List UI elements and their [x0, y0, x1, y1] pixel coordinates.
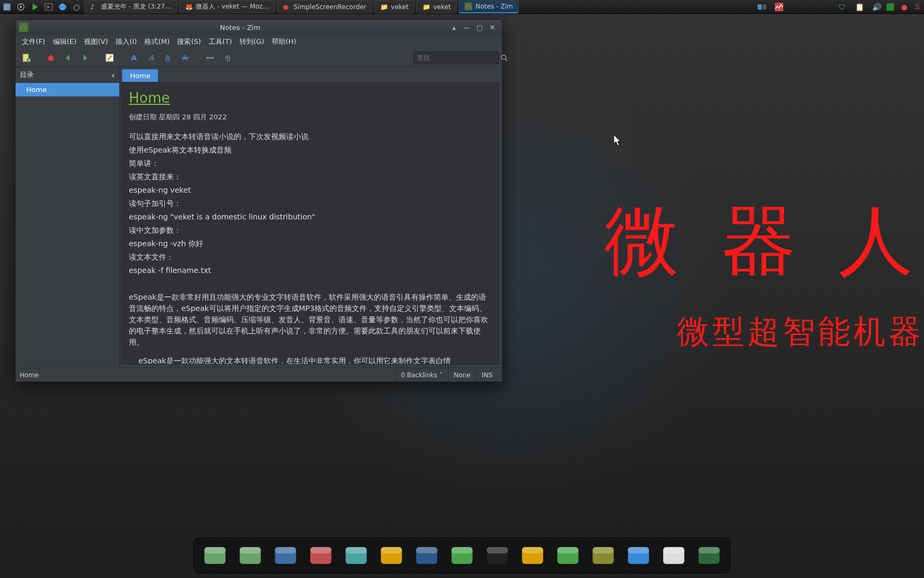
svg-text:>: >: [46, 4, 50, 10]
task-firefox[interactable]: 🦊 微器人 - veket — Moz…: [179, 1, 275, 13]
close-button[interactable]: ✕: [486, 22, 499, 33]
task-music[interactable]: ♪ 盛夏光年 - 黑龙 (3:27…: [84, 1, 177, 13]
zim-titlebar[interactable]: Notes - Zim ▴ — ▢ ✕: [16, 20, 502, 35]
forward-button[interactable]: [78, 50, 93, 65]
menu-edit[interactable]: 编辑(E): [50, 35, 80, 48]
svg-rect-59: [663, 547, 684, 553]
indicator-dot-icon[interactable]: ○: [71, 2, 82, 12]
svg-rect-12: [763, 4, 766, 10]
svg-marker-18: [47, 55, 55, 61]
content-line: 读句子加引号：: [129, 198, 491, 209]
heading-button[interactable]: A: [127, 50, 142, 65]
strike-button[interactable]: A: [178, 50, 193, 65]
svg-point-28: [206, 57, 209, 59]
dock-item-folder[interactable]: [518, 541, 548, 571]
dock-item-globe[interactable]: [694, 541, 724, 571]
menu-file[interactable]: 文件(F): [19, 35, 49, 48]
pin-button[interactable]: ▴: [448, 22, 460, 33]
task-veket-1[interactable]: 📁 veket: [374, 1, 414, 13]
play-icon[interactable]: [29, 2, 40, 12]
clipboard-icon[interactable]: 📋: [854, 2, 865, 12]
dock-item-app-misc[interactable]: [447, 541, 477, 571]
menu-search[interactable]: 搜索(S): [174, 35, 204, 48]
zim-tree[interactable]: Home: [16, 83, 119, 368]
settings-icon[interactable]: [16, 2, 26, 12]
dock-item-palette[interactable]: [376, 541, 406, 571]
link-button[interactable]: [203, 50, 218, 65]
status-backlinks[interactable]: 0 Backlinks ˄: [395, 368, 448, 382]
dock-item-files-1[interactable]: [200, 541, 230, 571]
dock-item-files-2[interactable]: [235, 541, 265, 571]
svg-rect-43: [381, 547, 402, 553]
svg-rect-45: [416, 547, 437, 553]
svg-rect-53: [557, 547, 579, 553]
minimize-button[interactable]: —: [460, 22, 473, 33]
music-note-icon: ♪: [90, 3, 98, 11]
edit-toggle-button[interactable]: [102, 50, 117, 65]
content-line: eSpeak是一款功能强大的文本转语音软件，在生活中非常实用，你可以用它来制作文…: [138, 355, 491, 365]
svg-rect-61: [698, 547, 720, 553]
dock-item-monitor[interactable]: [271, 541, 301, 571]
dock-item-chart[interactable]: [553, 541, 583, 571]
task-zim[interactable]: Notes - Zim: [459, 1, 519, 13]
zim-sidebar: 目录 ‹ Home: [16, 67, 120, 368]
record-status-icon[interactable]: ●: [899, 2, 910, 12]
shield-icon[interactable]: 🛡: [837, 2, 848, 12]
toolbar-search[interactable]: [413, 51, 499, 64]
svg-rect-49: [487, 547, 508, 553]
maximize-button[interactable]: ▢: [473, 22, 486, 33]
back-button[interactable]: [60, 50, 75, 65]
dock-item-audio[interactable]: [412, 541, 442, 571]
italic-button[interactable]: A: [144, 50, 159, 65]
home-button[interactable]: [43, 50, 58, 65]
chevron-up-icon: ˄: [440, 371, 443, 379]
volume-icon[interactable]: 🔊: [871, 2, 882, 12]
folder-icon: 📁: [422, 3, 430, 11]
svg-rect-11: [758, 4, 761, 10]
content-line: espeak-ng -vzh 你好: [129, 238, 491, 249]
menu-insert[interactable]: 插入(I): [112, 35, 140, 48]
terminal-icon[interactable]: >: [43, 2, 54, 12]
folder-icon: 📁: [380, 3, 388, 11]
content-line: 读英文直接来：: [129, 171, 491, 182]
new-page-button[interactable]: +: [19, 50, 34, 65]
workspace-switcher-icon[interactable]: [757, 2, 767, 12]
dock-item-help[interactable]: [588, 541, 618, 571]
menu-goto[interactable]: 转到(G): [236, 35, 267, 48]
svg-text:+: +: [28, 58, 31, 63]
dock-item-tux[interactable]: [482, 541, 512, 571]
search-input[interactable]: [414, 54, 500, 62]
tree-item-home[interactable]: Home: [16, 83, 119, 96]
svg-rect-13: [775, 3, 783, 11]
svg-rect-14: [19, 22, 28, 32]
zim-toolbar: + A A A A: [16, 49, 502, 67]
menu-format[interactable]: 格式(M): [141, 35, 173, 48]
svg-rect-33: [204, 547, 226, 553]
web-icon[interactable]: [57, 2, 68, 12]
dock-item-pen[interactable]: [341, 541, 371, 571]
sidebar-collapse-button[interactable]: ‹: [112, 70, 115, 80]
ime-indicator[interactable]: 五: [914, 2, 921, 11]
dock-item-brightness[interactable]: [659, 541, 689, 571]
underline-button[interactable]: A: [161, 50, 176, 65]
menu-tools[interactable]: 工具(T): [205, 35, 235, 48]
search-icon[interactable]: [500, 54, 508, 62]
dock-item-app-tool[interactable]: [306, 541, 336, 571]
zim-content[interactable]: Home 创建日期 星期四 28 四月 2022 可以直接用来文本转语音读小说的…: [121, 82, 499, 364]
content-line: 可以直接用来文本转语音读小说的，下次发视频读小说: [129, 131, 491, 142]
battery-icon[interactable]: [887, 3, 894, 11]
task-veket-2[interactable]: 📁 veket: [417, 1, 457, 13]
zim-statusbar: Home 0 Backlinks ˄ None INS: [16, 368, 502, 382]
svg-line-31: [505, 59, 507, 61]
svg-rect-37: [275, 547, 296, 553]
sysmon-icon[interactable]: [774, 2, 784, 12]
top-panel: > ○ ♪ 盛夏光年 - 黑龙 (3:27… 🦊 微器人 - veket — M…: [0, 0, 924, 14]
attach-button[interactable]: [220, 50, 235, 65]
menu-view[interactable]: 视图(V): [81, 35, 111, 48]
svg-rect-47: [451, 547, 473, 553]
menu-help[interactable]: 帮助(H): [268, 35, 299, 48]
task-ssr[interactable]: ● SimpleScreenRecorder: [277, 1, 372, 13]
tab-home[interactable]: Home: [122, 69, 158, 82]
app-menu-icon[interactable]: [2, 2, 12, 12]
dock-item-share[interactable]: [623, 541, 653, 571]
